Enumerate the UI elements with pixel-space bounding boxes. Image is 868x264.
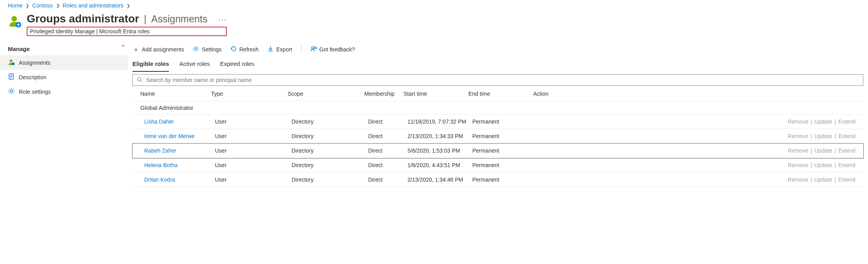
member-name-link[interactable]: Lisha Daher <box>144 118 215 125</box>
export-button[interactable]: Export <box>267 46 292 53</box>
cell-start: 1/6/2020, 4:43:51 PM <box>407 162 472 168</box>
breadcrumb-contoso[interactable]: Contoso <box>32 2 53 9</box>
row-actions: Remove | Update | Extend <box>537 162 855 168</box>
cell-type: User <box>215 162 292 168</box>
svg-point-0 <box>11 16 17 22</box>
col-end[interactable]: End time <box>468 91 533 97</box>
action-update[interactable]: Update <box>815 162 832 168</box>
col-type[interactable]: Type <box>211 91 288 97</box>
page-section: Assignments <box>151 13 207 25</box>
cell-end: Permanent <box>472 133 537 139</box>
row-actions: Remove | Update | Extend <box>537 147 855 154</box>
svg-point-13 <box>138 77 141 80</box>
page-header: Groups administrator | Assignments ⋯ Pri… <box>0 11 868 36</box>
row-actions: Remove | Update | Extend <box>537 177 855 183</box>
col-name[interactable]: Name <box>140 91 211 97</box>
sidebar-item-description[interactable]: Description <box>0 70 128 84</box>
action-remove[interactable]: Remove <box>788 118 808 125</box>
action-extend[interactable]: Extend <box>838 133 855 139</box>
table-row[interactable]: Dritan KodraUserDirectoryDirect2/13/2020… <box>132 173 863 187</box>
col-scope[interactable]: Scope <box>288 91 364 97</box>
gear-icon <box>193 46 199 53</box>
member-name-link[interactable]: Irene van der Merwe <box>144 133 215 139</box>
role-tabs: Eligible roles Active roles Expired role… <box>132 58 863 72</box>
feedback-icon <box>310 46 317 54</box>
plus-icon: ＋ <box>132 45 139 54</box>
cell-membership: Direct <box>368 162 407 168</box>
action-update[interactable]: Update <box>815 118 832 125</box>
svg-rect-12 <box>314 47 317 49</box>
col-membership[interactable]: Membership <box>364 91 404 97</box>
table-header: Name Type Scope Membership Start time En… <box>132 87 863 101</box>
svg-point-11 <box>312 47 314 49</box>
cell-start: 2/13/2020, 1:34:46 PM <box>407 177 472 183</box>
breadcrumb-roles[interactable]: Roles and administrators <box>63 2 124 9</box>
search-input[interactable] <box>145 76 859 84</box>
table-row[interactable]: Lisha DaherUserDirectoryDirect11/18/2019… <box>132 115 863 129</box>
svg-point-9 <box>195 48 197 50</box>
page-subtitle: Privileged Identity Manage | Microsoft E… <box>27 27 227 36</box>
table-row[interactable]: Rabeh ZaherUserDirectoryDirect5/6/2020, … <box>132 144 863 158</box>
svg-point-3 <box>12 62 15 65</box>
breadcrumb-home[interactable]: Home <box>8 2 22 9</box>
tab-expired-roles[interactable]: Expired roles <box>220 58 255 72</box>
cell-scope: Directory <box>292 147 368 154</box>
group-header-row[interactable]: Global Administrator <box>132 101 863 115</box>
download-icon <box>267 46 274 53</box>
action-extend[interactable]: Extend <box>838 147 855 154</box>
cell-membership: Direct <box>368 147 407 154</box>
cell-membership: Direct <box>368 177 407 183</box>
chevron-right-icon: ❯ <box>55 3 61 8</box>
chevron-right-icon: ❯ <box>24 3 31 8</box>
member-name-link[interactable]: Dritan Kodra <box>144 177 215 183</box>
tab-eligible-roles[interactable]: Eligible roles <box>132 58 169 72</box>
cell-scope: Directory <box>292 118 368 125</box>
assignments-table: Name Type Scope Membership Start time En… <box>132 87 863 187</box>
cell-end: Permanent <box>472 177 537 183</box>
cell-type: User <box>215 118 292 125</box>
chevron-right-icon: ❯ <box>125 3 132 8</box>
cell-start: 2/13/2020, 1:34:33 PM <box>407 133 472 139</box>
action-update[interactable]: Update <box>815 133 832 139</box>
tab-active-roles[interactable]: Active roles <box>179 58 210 72</box>
cell-scope: Directory <box>292 177 368 183</box>
feedback-button[interactable]: Got feedback? <box>310 46 355 54</box>
toolbar-separator <box>301 45 301 54</box>
gear-icon <box>8 87 15 96</box>
action-remove[interactable]: Remove <box>788 162 808 168</box>
member-name-link[interactable]: Rabeh Zaher <box>144 147 215 154</box>
action-extend[interactable]: Extend <box>838 118 855 125</box>
search-box[interactable] <box>132 74 863 86</box>
action-update[interactable]: Update <box>815 177 832 183</box>
action-remove[interactable]: Remove <box>788 177 808 183</box>
cell-start: 5/6/2020, 1:53:03 PM <box>407 147 472 154</box>
action-extend[interactable]: Extend <box>838 162 855 168</box>
cell-membership: Direct <box>368 118 407 125</box>
table-row[interactable]: Irene van der MerweUserDirectoryDirect2/… <box>132 129 863 144</box>
col-action: Action <box>533 91 855 97</box>
action-remove[interactable]: Remove <box>788 133 808 139</box>
breadcrumb: Home ❯ Contoso ❯ Roles and administrator… <box>0 0 868 11</box>
col-start[interactable]: Start time <box>404 91 468 97</box>
sidebar-item-label: Description <box>19 74 46 80</box>
member-name-link[interactable]: Helena Botha <box>144 162 215 168</box>
table-row[interactable]: Helena BothaUserDirectoryDirect1/6/2020,… <box>132 158 863 173</box>
main-content: ＋ Add assignments Settings Refresh Expo <box>128 43 868 187</box>
action-remove[interactable]: Remove <box>788 147 808 154</box>
sidebar-item-assignments[interactable]: Assignments <box>0 55 128 70</box>
row-actions: Remove | Update | Extend <box>537 133 855 139</box>
action-update[interactable]: Update <box>815 147 832 154</box>
svg-line-14 <box>140 80 142 82</box>
collapse-sidebar-icon[interactable]: « <box>122 42 125 48</box>
more-actions-icon[interactable]: ⋯ <box>218 15 227 24</box>
refresh-button[interactable]: Refresh <box>230 46 259 53</box>
sidebar-group-manage: Manage <box>0 45 128 55</box>
cell-start: 11/18/2019, 7:07:32 PM <box>407 118 472 125</box>
cell-type: User <box>215 147 292 154</box>
action-extend[interactable]: Extend <box>838 177 855 183</box>
sidebar-item-role-settings[interactable]: Role settings <box>0 84 128 99</box>
sidebar-item-label: Assignments <box>19 60 50 66</box>
settings-button[interactable]: Settings <box>193 46 222 53</box>
role-icon <box>8 14 22 29</box>
add-assignments-button[interactable]: ＋ Add assignments <box>132 45 184 54</box>
